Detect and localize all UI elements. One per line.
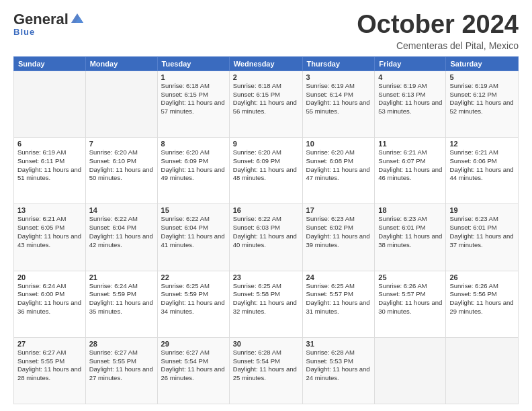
day-number-7: 7 (89, 140, 154, 148)
cell-info-6: Sunrise: 6:19 AM Sunset: 6:11 PM Dayligh… (17, 148, 82, 183)
day-number-5: 5 (449, 73, 515, 81)
logo-general: General (13, 11, 69, 28)
calendar-header-row: Sunday Monday Tuesday Wednesday Thursday… (14, 56, 519, 71)
logo: General Blue (13, 11, 85, 37)
cell-2-1: 6Sunrise: 6:19 AM Sunset: 6:11 PM Daylig… (14, 138, 86, 204)
cell-3-2: 14Sunrise: 6:22 AM Sunset: 6:04 PM Dayli… (85, 204, 157, 271)
cell-5-1: 27Sunrise: 6:27 AM Sunset: 5:55 PM Dayli… (14, 337, 86, 404)
cell-info-16: Sunrise: 6:22 AM Sunset: 6:03 PM Dayligh… (233, 215, 299, 249)
day-number-14: 14 (89, 206, 154, 214)
cell-4-5: 24Sunrise: 6:25 AM Sunset: 5:57 PM Dayli… (302, 271, 375, 337)
cell-3-5: 17Sunrise: 6:23 AM Sunset: 6:02 PM Dayli… (302, 204, 375, 271)
day-number-4: 4 (378, 73, 442, 81)
header-thursday: Thursday (302, 56, 375, 71)
day-number-27: 27 (17, 340, 82, 348)
week-row-5: 27Sunrise: 6:27 AM Sunset: 5:55 PM Dayli… (14, 337, 519, 404)
cell-1-5: 3Sunrise: 6:19 AM Sunset: 6:14 PM Daylig… (302, 71, 375, 137)
day-number-16: 16 (233, 206, 299, 214)
cell-5-4: 30Sunrise: 6:28 AM Sunset: 5:54 PM Dayli… (229, 337, 302, 404)
day-number-24: 24 (306, 273, 371, 281)
day-number-8: 8 (161, 140, 226, 148)
day-number-6: 6 (17, 140, 82, 148)
cell-4-2: 21Sunrise: 6:24 AM Sunset: 5:59 PM Dayli… (85, 271, 157, 337)
day-number-31: 31 (306, 340, 371, 348)
cell-1-4: 2Sunrise: 6:18 AM Sunset: 6:15 PM Daylig… (229, 71, 302, 137)
month-title: October 2024 (357, 11, 519, 39)
cell-1-3: 1Sunrise: 6:18 AM Sunset: 6:15 PM Daylig… (157, 71, 229, 137)
cell-2-2: 7Sunrise: 6:20 AM Sunset: 6:10 PM Daylig… (85, 138, 157, 204)
cell-3-1: 13Sunrise: 6:21 AM Sunset: 6:05 PM Dayli… (14, 204, 86, 271)
header-friday: Friday (375, 56, 446, 71)
cell-4-6: 25Sunrise: 6:26 AM Sunset: 5:57 PM Dayli… (375, 271, 446, 337)
subtitle: Cementeras del Pital, Mexico (357, 40, 519, 51)
day-number-21: 21 (89, 273, 154, 281)
header-sunday: Sunday (14, 56, 86, 71)
week-row-1: 1Sunrise: 6:18 AM Sunset: 6:15 PM Daylig… (14, 71, 519, 137)
cell-2-4: 9Sunrise: 6:20 AM Sunset: 6:09 PM Daylig… (229, 138, 302, 204)
title-block: October 2024 Cementeras del Pital, Mexic… (357, 11, 519, 51)
cell-2-3: 8Sunrise: 6:20 AM Sunset: 6:09 PM Daylig… (157, 138, 229, 204)
day-number-15: 15 (161, 206, 226, 214)
cell-info-8: Sunrise: 6:20 AM Sunset: 6:09 PM Dayligh… (161, 148, 226, 183)
week-row-2: 6Sunrise: 6:19 AM Sunset: 6:11 PM Daylig… (14, 138, 519, 204)
day-number-13: 13 (17, 206, 82, 214)
day-number-11: 11 (378, 140, 442, 148)
day-number-20: 20 (17, 273, 82, 281)
header-tuesday: Tuesday (157, 56, 229, 71)
cell-2-5: 10Sunrise: 6:20 AM Sunset: 6:08 PM Dayli… (302, 138, 375, 204)
logo-icon (70, 12, 85, 24)
cell-info-17: Sunrise: 6:23 AM Sunset: 6:02 PM Dayligh… (306, 215, 371, 249)
cell-5-6 (375, 337, 446, 404)
cell-1-6: 4Sunrise: 6:19 AM Sunset: 6:13 PM Daylig… (375, 71, 446, 137)
day-number-19: 19 (449, 206, 515, 214)
cell-2-7: 12Sunrise: 6:21 AM Sunset: 6:06 PM Dayli… (446, 138, 519, 204)
day-number-22: 22 (161, 273, 226, 281)
cell-info-28: Sunrise: 6:27 AM Sunset: 5:55 PM Dayligh… (89, 349, 154, 383)
page: General Blue October 2024 Cementeras del… (0, 0, 532, 411)
cell-3-7: 19Sunrise: 6:23 AM Sunset: 6:01 PM Dayli… (446, 204, 519, 271)
cell-info-4: Sunrise: 6:19 AM Sunset: 6:13 PM Dayligh… (378, 82, 442, 116)
cell-3-6: 18Sunrise: 6:23 AM Sunset: 6:01 PM Dayli… (375, 204, 446, 271)
header-monday: Monday (85, 56, 157, 71)
cell-info-9: Sunrise: 6:20 AM Sunset: 6:09 PM Dayligh… (233, 148, 299, 183)
cell-info-7: Sunrise: 6:20 AM Sunset: 6:10 PM Dayligh… (89, 148, 154, 183)
cell-info-18: Sunrise: 6:23 AM Sunset: 6:01 PM Dayligh… (378, 215, 442, 249)
cell-info-14: Sunrise: 6:22 AM Sunset: 6:04 PM Dayligh… (89, 215, 154, 249)
cell-info-2: Sunrise: 6:18 AM Sunset: 6:15 PM Dayligh… (233, 82, 299, 116)
day-number-30: 30 (233, 340, 299, 348)
logo-blue: Blue (13, 27, 35, 37)
calendar: Sunday Monday Tuesday Wednesday Thursday… (13, 56, 519, 404)
cell-info-3: Sunrise: 6:19 AM Sunset: 6:14 PM Dayligh… (306, 82, 371, 116)
cell-info-12: Sunrise: 6:21 AM Sunset: 6:06 PM Dayligh… (449, 148, 515, 183)
cell-info-22: Sunrise: 6:25 AM Sunset: 5:59 PM Dayligh… (161, 282, 226, 316)
cell-info-1: Sunrise: 6:18 AM Sunset: 6:15 PM Dayligh… (161, 82, 226, 116)
day-number-25: 25 (378, 273, 442, 281)
cell-4-3: 22Sunrise: 6:25 AM Sunset: 5:59 PM Dayli… (157, 271, 229, 337)
cell-5-2: 28Sunrise: 6:27 AM Sunset: 5:55 PM Dayli… (85, 337, 157, 404)
day-number-9: 9 (233, 140, 299, 148)
header: General Blue October 2024 Cementeras del… (13, 11, 519, 51)
day-number-17: 17 (306, 206, 371, 214)
cell-info-13: Sunrise: 6:21 AM Sunset: 6:05 PM Dayligh… (17, 215, 82, 249)
day-number-12: 12 (449, 140, 515, 148)
day-number-18: 18 (378, 206, 442, 214)
cell-info-23: Sunrise: 6:25 AM Sunset: 5:58 PM Dayligh… (233, 282, 299, 316)
day-number-2: 2 (233, 73, 299, 81)
cell-4-1: 20Sunrise: 6:24 AM Sunset: 6:00 PM Dayli… (14, 271, 86, 337)
cell-info-15: Sunrise: 6:22 AM Sunset: 6:04 PM Dayligh… (161, 215, 226, 249)
cell-info-27: Sunrise: 6:27 AM Sunset: 5:55 PM Dayligh… (17, 349, 82, 383)
day-number-28: 28 (89, 340, 154, 348)
day-number-10: 10 (306, 140, 371, 148)
cell-1-1 (14, 71, 86, 137)
week-row-4: 20Sunrise: 6:24 AM Sunset: 6:00 PM Dayli… (14, 271, 519, 337)
cell-info-31: Sunrise: 6:28 AM Sunset: 5:53 PM Dayligh… (306, 349, 371, 383)
cell-4-7: 26Sunrise: 6:26 AM Sunset: 5:56 PM Dayli… (446, 271, 519, 337)
day-number-26: 26 (449, 273, 515, 281)
cell-3-3: 15Sunrise: 6:22 AM Sunset: 6:04 PM Dayli… (157, 204, 229, 271)
header-saturday: Saturday (446, 56, 519, 71)
cell-info-30: Sunrise: 6:28 AM Sunset: 5:54 PM Dayligh… (233, 349, 299, 383)
day-number-29: 29 (161, 340, 226, 348)
day-number-1: 1 (161, 73, 226, 81)
cell-info-19: Sunrise: 6:23 AM Sunset: 6:01 PM Dayligh… (449, 215, 515, 249)
cell-4-4: 23Sunrise: 6:25 AM Sunset: 5:58 PM Dayli… (229, 271, 302, 337)
